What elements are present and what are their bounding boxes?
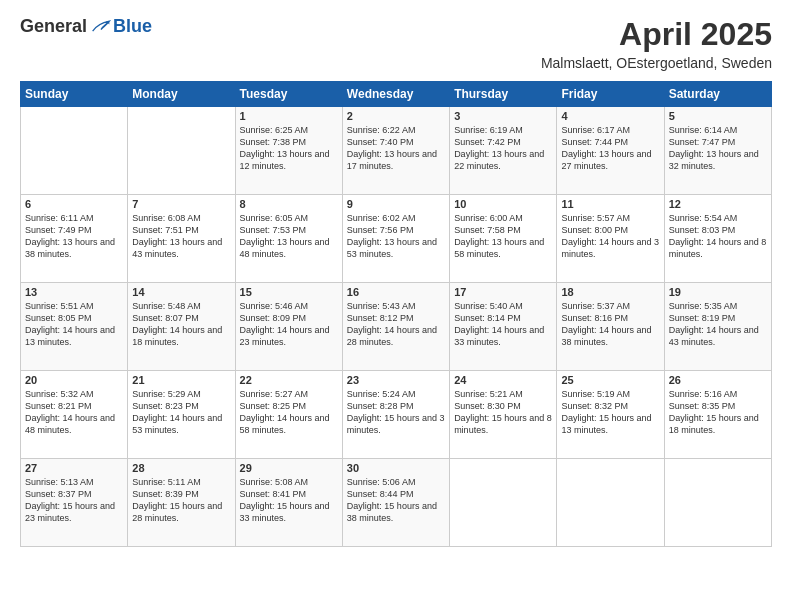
- calendar-cell: 6Sunrise: 6:11 AM Sunset: 7:49 PM Daylig…: [21, 195, 128, 283]
- calendar-cell: 17Sunrise: 5:40 AM Sunset: 8:14 PM Dayli…: [450, 283, 557, 371]
- day-number: 6: [25, 198, 123, 210]
- calendar-week-row: 13Sunrise: 5:51 AM Sunset: 8:05 PM Dayli…: [21, 283, 772, 371]
- calendar-cell: 4Sunrise: 6:17 AM Sunset: 7:44 PM Daylig…: [557, 107, 664, 195]
- main-title: April 2025: [541, 16, 772, 53]
- day-info: Sunrise: 5:11 AM Sunset: 8:39 PM Dayligh…: [132, 476, 230, 525]
- day-number: 4: [561, 110, 659, 122]
- day-number: 14: [132, 286, 230, 298]
- calendar-cell: 10Sunrise: 6:00 AM Sunset: 7:58 PM Dayli…: [450, 195, 557, 283]
- day-number: 29: [240, 462, 338, 474]
- day-info: Sunrise: 5:43 AM Sunset: 8:12 PM Dayligh…: [347, 300, 445, 349]
- calendar-cell: 23Sunrise: 5:24 AM Sunset: 8:28 PM Dayli…: [342, 371, 449, 459]
- day-info: Sunrise: 5:06 AM Sunset: 8:44 PM Dayligh…: [347, 476, 445, 525]
- calendar-header-monday: Monday: [128, 82, 235, 107]
- day-info: Sunrise: 5:37 AM Sunset: 8:16 PM Dayligh…: [561, 300, 659, 349]
- calendar-cell: 18Sunrise: 5:37 AM Sunset: 8:16 PM Dayli…: [557, 283, 664, 371]
- day-number: 10: [454, 198, 552, 210]
- calendar: SundayMondayTuesdayWednesdayThursdayFrid…: [20, 81, 772, 547]
- day-number: 21: [132, 374, 230, 386]
- calendar-cell: 8Sunrise: 6:05 AM Sunset: 7:53 PM Daylig…: [235, 195, 342, 283]
- day-number: 1: [240, 110, 338, 122]
- calendar-cell: 7Sunrise: 6:08 AM Sunset: 7:51 PM Daylig…: [128, 195, 235, 283]
- logo-general-text: General: [20, 16, 87, 37]
- calendar-week-row: 20Sunrise: 5:32 AM Sunset: 8:21 PM Dayli…: [21, 371, 772, 459]
- day-info: Sunrise: 5:32 AM Sunset: 8:21 PM Dayligh…: [25, 388, 123, 437]
- day-info: Sunrise: 5:16 AM Sunset: 8:35 PM Dayligh…: [669, 388, 767, 437]
- calendar-cell: 11Sunrise: 5:57 AM Sunset: 8:00 PM Dayli…: [557, 195, 664, 283]
- day-info: Sunrise: 6:22 AM Sunset: 7:40 PM Dayligh…: [347, 124, 445, 173]
- day-info: Sunrise: 5:48 AM Sunset: 8:07 PM Dayligh…: [132, 300, 230, 349]
- day-info: Sunrise: 5:57 AM Sunset: 8:00 PM Dayligh…: [561, 212, 659, 261]
- day-number: 2: [347, 110, 445, 122]
- day-info: Sunrise: 6:00 AM Sunset: 7:58 PM Dayligh…: [454, 212, 552, 261]
- calendar-cell: [128, 107, 235, 195]
- calendar-cell: 16Sunrise: 5:43 AM Sunset: 8:12 PM Dayli…: [342, 283, 449, 371]
- day-number: 28: [132, 462, 230, 474]
- day-number: 24: [454, 374, 552, 386]
- calendar-header-row: SundayMondayTuesdayWednesdayThursdayFrid…: [21, 82, 772, 107]
- day-info: Sunrise: 6:02 AM Sunset: 7:56 PM Dayligh…: [347, 212, 445, 261]
- day-number: 8: [240, 198, 338, 210]
- day-number: 15: [240, 286, 338, 298]
- day-info: Sunrise: 6:19 AM Sunset: 7:42 PM Dayligh…: [454, 124, 552, 173]
- day-number: 30: [347, 462, 445, 474]
- day-number: 7: [132, 198, 230, 210]
- day-number: 12: [669, 198, 767, 210]
- calendar-cell: 25Sunrise: 5:19 AM Sunset: 8:32 PM Dayli…: [557, 371, 664, 459]
- day-number: 25: [561, 374, 659, 386]
- day-info: Sunrise: 5:19 AM Sunset: 8:32 PM Dayligh…: [561, 388, 659, 437]
- day-info: Sunrise: 5:40 AM Sunset: 8:14 PM Dayligh…: [454, 300, 552, 349]
- day-info: Sunrise: 5:21 AM Sunset: 8:30 PM Dayligh…: [454, 388, 552, 437]
- calendar-week-row: 1Sunrise: 6:25 AM Sunset: 7:38 PM Daylig…: [21, 107, 772, 195]
- day-number: 5: [669, 110, 767, 122]
- day-info: Sunrise: 5:35 AM Sunset: 8:19 PM Dayligh…: [669, 300, 767, 349]
- calendar-cell: [450, 459, 557, 547]
- day-info: Sunrise: 5:54 AM Sunset: 8:03 PM Dayligh…: [669, 212, 767, 261]
- calendar-cell: [664, 459, 771, 547]
- day-number: 11: [561, 198, 659, 210]
- calendar-cell: [21, 107, 128, 195]
- calendar-header-wednesday: Wednesday: [342, 82, 449, 107]
- day-info: Sunrise: 5:24 AM Sunset: 8:28 PM Dayligh…: [347, 388, 445, 437]
- logo-blue-text: Blue: [113, 16, 152, 37]
- logo: General Blue: [20, 16, 152, 37]
- calendar-cell: 27Sunrise: 5:13 AM Sunset: 8:37 PM Dayli…: [21, 459, 128, 547]
- calendar-cell: 21Sunrise: 5:29 AM Sunset: 8:23 PM Dayli…: [128, 371, 235, 459]
- calendar-header-thursday: Thursday: [450, 82, 557, 107]
- day-info: Sunrise: 6:05 AM Sunset: 7:53 PM Dayligh…: [240, 212, 338, 261]
- day-info: Sunrise: 6:11 AM Sunset: 7:49 PM Dayligh…: [25, 212, 123, 261]
- calendar-week-row: 27Sunrise: 5:13 AM Sunset: 8:37 PM Dayli…: [21, 459, 772, 547]
- calendar-cell: 15Sunrise: 5:46 AM Sunset: 8:09 PM Dayli…: [235, 283, 342, 371]
- day-info: Sunrise: 6:08 AM Sunset: 7:51 PM Dayligh…: [132, 212, 230, 261]
- calendar-header-sunday: Sunday: [21, 82, 128, 107]
- calendar-cell: 30Sunrise: 5:06 AM Sunset: 8:44 PM Dayli…: [342, 459, 449, 547]
- calendar-cell: 26Sunrise: 5:16 AM Sunset: 8:35 PM Dayli…: [664, 371, 771, 459]
- title-section: April 2025 Malmslaett, OEstergoetland, S…: [541, 16, 772, 71]
- calendar-cell: 24Sunrise: 5:21 AM Sunset: 8:30 PM Dayli…: [450, 371, 557, 459]
- subtitle: Malmslaett, OEstergoetland, Sweden: [541, 55, 772, 71]
- day-number: 23: [347, 374, 445, 386]
- calendar-header-friday: Friday: [557, 82, 664, 107]
- calendar-week-row: 6Sunrise: 6:11 AM Sunset: 7:49 PM Daylig…: [21, 195, 772, 283]
- calendar-cell: 3Sunrise: 6:19 AM Sunset: 7:42 PM Daylig…: [450, 107, 557, 195]
- day-number: 19: [669, 286, 767, 298]
- day-info: Sunrise: 5:27 AM Sunset: 8:25 PM Dayligh…: [240, 388, 338, 437]
- calendar-cell: 2Sunrise: 6:22 AM Sunset: 7:40 PM Daylig…: [342, 107, 449, 195]
- header: General Blue April 2025 Malmslaett, OEst…: [20, 16, 772, 71]
- day-number: 13: [25, 286, 123, 298]
- calendar-cell: 19Sunrise: 5:35 AM Sunset: 8:19 PM Dayli…: [664, 283, 771, 371]
- day-number: 22: [240, 374, 338, 386]
- logo-bird-icon: [91, 19, 111, 35]
- day-number: 26: [669, 374, 767, 386]
- calendar-header-tuesday: Tuesday: [235, 82, 342, 107]
- day-info: Sunrise: 6:17 AM Sunset: 7:44 PM Dayligh…: [561, 124, 659, 173]
- calendar-cell: 29Sunrise: 5:08 AM Sunset: 8:41 PM Dayli…: [235, 459, 342, 547]
- calendar-cell: 12Sunrise: 5:54 AM Sunset: 8:03 PM Dayli…: [664, 195, 771, 283]
- calendar-cell: 28Sunrise: 5:11 AM Sunset: 8:39 PM Dayli…: [128, 459, 235, 547]
- calendar-cell: 5Sunrise: 6:14 AM Sunset: 7:47 PM Daylig…: [664, 107, 771, 195]
- calendar-cell: 9Sunrise: 6:02 AM Sunset: 7:56 PM Daylig…: [342, 195, 449, 283]
- day-info: Sunrise: 6:25 AM Sunset: 7:38 PM Dayligh…: [240, 124, 338, 173]
- day-number: 20: [25, 374, 123, 386]
- day-number: 16: [347, 286, 445, 298]
- day-number: 17: [454, 286, 552, 298]
